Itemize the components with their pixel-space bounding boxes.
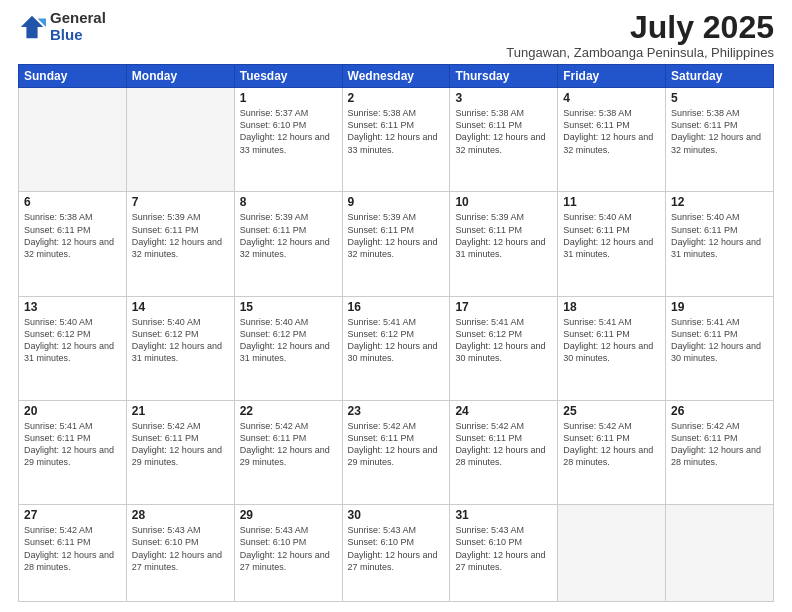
table-row: 24Sunrise: 5:42 AM Sunset: 6:11 PM Dayli…: [450, 401, 558, 505]
table-row: 25Sunrise: 5:42 AM Sunset: 6:11 PM Dayli…: [558, 401, 666, 505]
day-number: 22: [240, 404, 337, 418]
main-title: July 2025: [506, 10, 774, 45]
day-info: Sunrise: 5:37 AM Sunset: 6:10 PM Dayligh…: [240, 107, 337, 156]
day-number: 26: [671, 404, 768, 418]
col-sunday: Sunday: [19, 65, 127, 88]
day-number: 25: [563, 404, 660, 418]
day-info: Sunrise: 5:42 AM Sunset: 6:11 PM Dayligh…: [671, 420, 768, 469]
table-row: [558, 505, 666, 602]
day-number: 7: [132, 195, 229, 209]
day-info: Sunrise: 5:43 AM Sunset: 6:10 PM Dayligh…: [132, 524, 229, 573]
day-number: 12: [671, 195, 768, 209]
day-info: Sunrise: 5:40 AM Sunset: 6:12 PM Dayligh…: [24, 316, 121, 365]
day-info: Sunrise: 5:41 AM Sunset: 6:12 PM Dayligh…: [348, 316, 445, 365]
table-row: 8Sunrise: 5:39 AM Sunset: 6:11 PM Daylig…: [234, 192, 342, 296]
day-number: 11: [563, 195, 660, 209]
day-info: Sunrise: 5:43 AM Sunset: 6:10 PM Dayligh…: [240, 524, 337, 573]
day-number: 4: [563, 91, 660, 105]
table-row: 23Sunrise: 5:42 AM Sunset: 6:11 PM Dayli…: [342, 401, 450, 505]
table-row: 18Sunrise: 5:41 AM Sunset: 6:11 PM Dayli…: [558, 296, 666, 400]
day-info: Sunrise: 5:42 AM Sunset: 6:11 PM Dayligh…: [132, 420, 229, 469]
day-info: Sunrise: 5:41 AM Sunset: 6:11 PM Dayligh…: [563, 316, 660, 365]
day-info: Sunrise: 5:38 AM Sunset: 6:11 PM Dayligh…: [671, 107, 768, 156]
day-number: 14: [132, 300, 229, 314]
page-header: General Blue July 2025 Tungawan, Zamboan…: [18, 10, 774, 60]
day-info: Sunrise: 5:43 AM Sunset: 6:10 PM Dayligh…: [455, 524, 552, 573]
col-saturday: Saturday: [666, 65, 774, 88]
logo-blue: Blue: [50, 27, 106, 44]
calendar-header-row: Sunday Monday Tuesday Wednesday Thursday…: [19, 65, 774, 88]
day-number: 17: [455, 300, 552, 314]
col-tuesday: Tuesday: [234, 65, 342, 88]
day-info: Sunrise: 5:38 AM Sunset: 6:11 PM Dayligh…: [348, 107, 445, 156]
calendar: Sunday Monday Tuesday Wednesday Thursday…: [18, 64, 774, 602]
day-info: Sunrise: 5:39 AM Sunset: 6:11 PM Dayligh…: [132, 211, 229, 260]
day-info: Sunrise: 5:42 AM Sunset: 6:11 PM Dayligh…: [24, 524, 121, 573]
day-number: 28: [132, 508, 229, 522]
day-info: Sunrise: 5:38 AM Sunset: 6:11 PM Dayligh…: [24, 211, 121, 260]
day-info: Sunrise: 5:41 AM Sunset: 6:12 PM Dayligh…: [455, 316, 552, 365]
day-number: 19: [671, 300, 768, 314]
table-row: 29Sunrise: 5:43 AM Sunset: 6:10 PM Dayli…: [234, 505, 342, 602]
day-number: 18: [563, 300, 660, 314]
day-number: 9: [348, 195, 445, 209]
day-info: Sunrise: 5:40 AM Sunset: 6:11 PM Dayligh…: [563, 211, 660, 260]
day-info: Sunrise: 5:39 AM Sunset: 6:11 PM Dayligh…: [348, 211, 445, 260]
day-info: Sunrise: 5:41 AM Sunset: 6:11 PM Dayligh…: [671, 316, 768, 365]
day-number: 8: [240, 195, 337, 209]
col-friday: Friday: [558, 65, 666, 88]
table-row: 11Sunrise: 5:40 AM Sunset: 6:11 PM Dayli…: [558, 192, 666, 296]
col-monday: Monday: [126, 65, 234, 88]
table-row: [126, 88, 234, 192]
table-row: 16Sunrise: 5:41 AM Sunset: 6:12 PM Dayli…: [342, 296, 450, 400]
day-number: 23: [348, 404, 445, 418]
day-number: 21: [132, 404, 229, 418]
table-row: 30Sunrise: 5:43 AM Sunset: 6:10 PM Dayli…: [342, 505, 450, 602]
table-row: 7Sunrise: 5:39 AM Sunset: 6:11 PM Daylig…: [126, 192, 234, 296]
logo-icon: [18, 13, 46, 41]
day-info: Sunrise: 5:40 AM Sunset: 6:12 PM Dayligh…: [132, 316, 229, 365]
col-thursday: Thursday: [450, 65, 558, 88]
table-row: 19Sunrise: 5:41 AM Sunset: 6:11 PM Dayli…: [666, 296, 774, 400]
day-number: 10: [455, 195, 552, 209]
table-row: 28Sunrise: 5:43 AM Sunset: 6:10 PM Dayli…: [126, 505, 234, 602]
day-number: 16: [348, 300, 445, 314]
table-row: 3Sunrise: 5:38 AM Sunset: 6:11 PM Daylig…: [450, 88, 558, 192]
day-info: Sunrise: 5:42 AM Sunset: 6:11 PM Dayligh…: [563, 420, 660, 469]
table-row: [19, 88, 127, 192]
table-row: 21Sunrise: 5:42 AM Sunset: 6:11 PM Dayli…: [126, 401, 234, 505]
table-row: 22Sunrise: 5:42 AM Sunset: 6:11 PM Dayli…: [234, 401, 342, 505]
day-number: 24: [455, 404, 552, 418]
day-number: 20: [24, 404, 121, 418]
day-number: 15: [240, 300, 337, 314]
day-info: Sunrise: 5:38 AM Sunset: 6:11 PM Dayligh…: [455, 107, 552, 156]
day-info: Sunrise: 5:40 AM Sunset: 6:12 PM Dayligh…: [240, 316, 337, 365]
table-row: 1Sunrise: 5:37 AM Sunset: 6:10 PM Daylig…: [234, 88, 342, 192]
day-number: 27: [24, 508, 121, 522]
table-row: 2Sunrise: 5:38 AM Sunset: 6:11 PM Daylig…: [342, 88, 450, 192]
day-number: 1: [240, 91, 337, 105]
logo-general: General: [50, 10, 106, 27]
day-number: 3: [455, 91, 552, 105]
day-number: 13: [24, 300, 121, 314]
table-row: 26Sunrise: 5:42 AM Sunset: 6:11 PM Dayli…: [666, 401, 774, 505]
day-info: Sunrise: 5:42 AM Sunset: 6:11 PM Dayligh…: [240, 420, 337, 469]
table-row: 14Sunrise: 5:40 AM Sunset: 6:12 PM Dayli…: [126, 296, 234, 400]
col-wednesday: Wednesday: [342, 65, 450, 88]
table-row: 5Sunrise: 5:38 AM Sunset: 6:11 PM Daylig…: [666, 88, 774, 192]
day-number: 31: [455, 508, 552, 522]
table-row: 4Sunrise: 5:38 AM Sunset: 6:11 PM Daylig…: [558, 88, 666, 192]
day-number: 2: [348, 91, 445, 105]
day-info: Sunrise: 5:41 AM Sunset: 6:11 PM Dayligh…: [24, 420, 121, 469]
day-info: Sunrise: 5:42 AM Sunset: 6:11 PM Dayligh…: [348, 420, 445, 469]
day-number: 30: [348, 508, 445, 522]
day-info: Sunrise: 5:39 AM Sunset: 6:11 PM Dayligh…: [455, 211, 552, 260]
day-info: Sunrise: 5:43 AM Sunset: 6:10 PM Dayligh…: [348, 524, 445, 573]
table-row: 6Sunrise: 5:38 AM Sunset: 6:11 PM Daylig…: [19, 192, 127, 296]
day-info: Sunrise: 5:39 AM Sunset: 6:11 PM Dayligh…: [240, 211, 337, 260]
table-row: 15Sunrise: 5:40 AM Sunset: 6:12 PM Dayli…: [234, 296, 342, 400]
table-row: 31Sunrise: 5:43 AM Sunset: 6:10 PM Dayli…: [450, 505, 558, 602]
table-row: 17Sunrise: 5:41 AM Sunset: 6:12 PM Dayli…: [450, 296, 558, 400]
day-number: 5: [671, 91, 768, 105]
table-row: 27Sunrise: 5:42 AM Sunset: 6:11 PM Dayli…: [19, 505, 127, 602]
